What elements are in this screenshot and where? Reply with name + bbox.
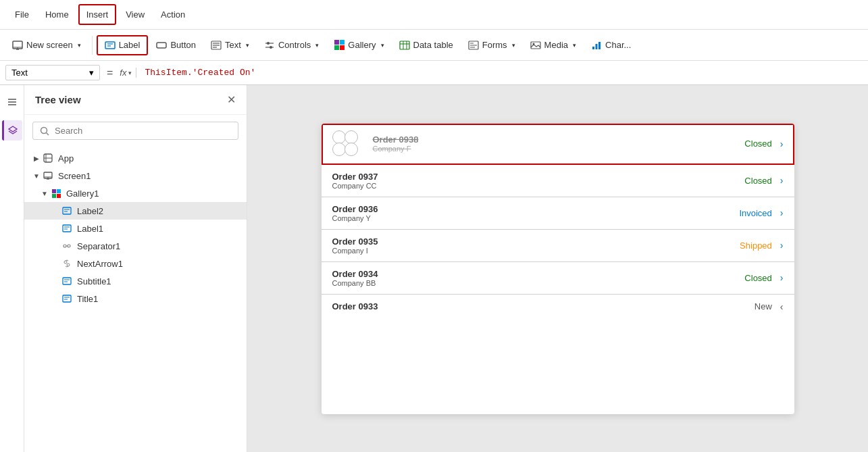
expand-arrow-app: ▶ (32, 154, 41, 162)
layers-icon[interactable] (2, 120, 22, 141)
search-icon (40, 126, 49, 136)
search-input[interactable] (55, 126, 231, 136)
tree-item-title1[interactable]: ▶ Title1 (24, 290, 247, 307)
tree-item-label: Separator1 (77, 241, 120, 251)
gallery-row[interactable]: Order 0933 New ‹ (322, 295, 794, 319)
main-area: Tree view ✕ ▶ App (0, 85, 868, 452)
svg-rect-7 (157, 43, 166, 48)
tree-item-label1[interactable]: ▶ Label1 (24, 220, 247, 237)
tree-item-screen1[interactable]: ▼ Screen1 (24, 167, 247, 184)
expand-arrow-screen1: ▼ (32, 172, 41, 180)
svg-rect-16 (400, 41, 409, 49)
row-info: Order 0933 (332, 301, 755, 311)
text-chevron: ▾ (246, 42, 249, 49)
menu-action[interactable]: Action (154, 5, 192, 24)
media-chevron: ▾ (573, 42, 576, 49)
tree-item-separator1[interactable]: ▶ Separator1 (24, 237, 247, 255)
label-icon (105, 40, 116, 51)
gallery-list: Order 0938 Company F Closed › Order 0937… (322, 124, 794, 414)
menu-file[interactable]: File (8, 5, 36, 24)
tree-item-label: NextArrow1 (77, 259, 123, 269)
tree-item-label: Screen1 (58, 171, 91, 181)
property-select[interactable]: Text ▾ (5, 65, 100, 80)
row-arrow-icon: › (780, 272, 784, 283)
row-arrow-icon: ‹ (780, 301, 784, 312)
gallery-button[interactable]: Gallery ▾ (327, 36, 390, 54)
row-sub: Company CC (332, 182, 745, 190)
text-icon (211, 40, 222, 51)
button-label: Button (170, 40, 196, 50)
forms-label: Forms (482, 40, 507, 50)
property-value: Text (11, 68, 28, 78)
svg-marker-32 (9, 126, 17, 132)
row-sub: Company Y (332, 214, 740, 222)
row-arrow-icon: › (780, 175, 784, 186)
new-screen-label: New screen (26, 40, 73, 50)
tree-item-subtitle1[interactable]: ▶ Subtitle1 (24, 272, 247, 290)
media-button[interactable]: Media ▾ (524, 36, 583, 54)
label2-icon (61, 205, 73, 217)
menu-view[interactable]: View (119, 5, 151, 24)
hamburger-menu-icon[interactable] (2, 92, 22, 112)
svg-rect-42 (63, 207, 71, 214)
row-title: Order 0937 (332, 172, 745, 182)
svg-point-51 (64, 261, 67, 263)
label-label: Label (119, 40, 141, 50)
canvas-area: Order 0938 Company F Closed › Order 0937… (247, 85, 868, 452)
text-button[interactable]: Text ▾ (204, 36, 256, 54)
chart-icon (591, 40, 602, 51)
new-screen-button[interactable]: New screen ▾ (5, 36, 88, 54)
svg-point-49 (68, 245, 70, 247)
sidebar-toggle (0, 85, 24, 452)
tree-item-label: Label1 (77, 224, 103, 234)
gallery-row[interactable]: Order 0935 Company I Shipped › (322, 230, 794, 262)
separator1-icon (61, 240, 73, 252)
menu-home[interactable]: Home (39, 5, 76, 24)
svg-point-33 (41, 127, 47, 133)
chart-label: Char... (605, 40, 631, 50)
formula-expression: ThisItem.'Created On' (139, 68, 863, 78)
new-screen-chevron: ▾ (78, 42, 81, 49)
gallery-row[interactable]: Order 0937 Company CC Closed › (322, 165, 794, 197)
formula-equals: = (103, 67, 117, 79)
chart-button[interactable]: Char... (584, 36, 638, 54)
tree-item-app[interactable]: ▶ App (24, 149, 247, 167)
gallery-tree-icon (50, 187, 62, 199)
row-info: Order 0938 Company F (373, 134, 745, 153)
tree-panel: Tree view ✕ ▶ App (24, 85, 247, 452)
datatable-icon (399, 40, 410, 51)
row-info: Order 0935 Company I (332, 236, 740, 255)
label-button[interactable]: Label (97, 35, 149, 55)
toolbar-sep-1 (92, 36, 93, 55)
row-info: Order 0934 Company BB (332, 269, 745, 287)
tree-close-button[interactable]: ✕ (227, 93, 236, 106)
tree-item-label2[interactable]: ▶ Label2 (24, 202, 247, 220)
tree-item-label: App (58, 153, 74, 164)
controls-button[interactable]: Controls ▾ (257, 36, 326, 54)
svg-rect-26 (592, 47, 594, 49)
tree-header: Tree view ✕ (24, 85, 247, 115)
row-arrow-icon: › (780, 207, 784, 218)
gallery-icon (334, 40, 344, 51)
button-button[interactable]: Button (149, 36, 203, 54)
tree-title: Tree view (35, 94, 81, 105)
forms-chevron: ▾ (512, 42, 515, 49)
label1-icon (61, 222, 73, 234)
tree-items: ▶ App ▼ (24, 147, 247, 452)
svg-rect-56 (63, 295, 71, 302)
forms-button[interactable]: Forms ▾ (461, 36, 522, 54)
search-box[interactable] (32, 122, 238, 140)
svg-point-48 (63, 245, 66, 247)
gallery-label: Gallery (348, 40, 376, 50)
row-status: Closed (744, 139, 771, 149)
tree-item-gallery1[interactable]: ▼ Gallery1 (24, 184, 247, 202)
gallery-row[interactable]: Order 0938 Company F Closed › (322, 124, 794, 165)
gallery-row[interactable]: Order 0934 Company BB Closed › (322, 262, 794, 295)
datatable-button[interactable]: Data table (392, 36, 460, 54)
tree-item-nextarrow1[interactable]: ▶ NextArrow1 (24, 255, 247, 272)
row-sub: Company F (373, 145, 745, 153)
gallery-row[interactable]: Order 0936 Company Y Invoiced › (322, 197, 794, 230)
row-title: Order 0935 (332, 236, 740, 247)
menu-insert[interactable]: Insert (78, 4, 117, 25)
controls-label: Controls (278, 40, 311, 50)
